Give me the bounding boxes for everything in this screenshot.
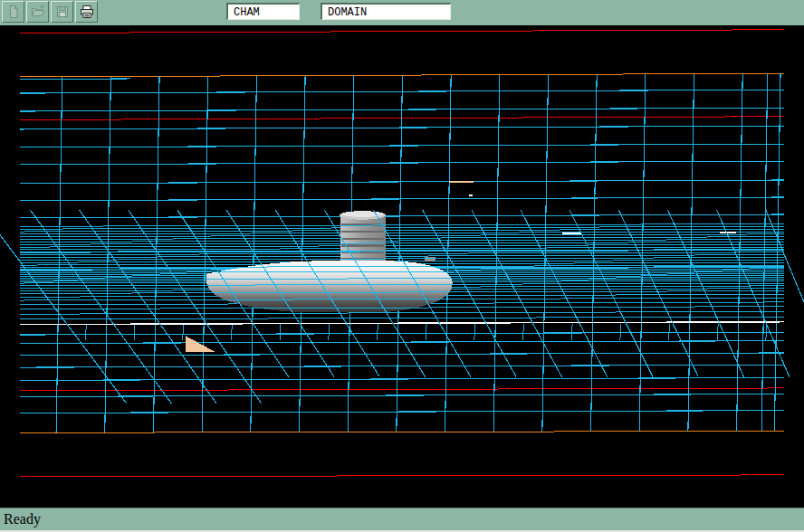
toolbar (0, 0, 804, 25)
domain-mesh-canvas (0, 25, 804, 508)
probe-marker (186, 336, 215, 352)
print-icon (80, 5, 94, 19)
domain-field[interactable] (321, 3, 451, 20)
viewport-3d-scene[interactable] (0, 25, 804, 508)
cham-field[interactable] (226, 3, 300, 20)
open-folder-icon (31, 5, 45, 19)
new-document-icon (6, 5, 21, 19)
status-text: Ready (4, 511, 41, 527)
save-icon (55, 5, 70, 19)
status-bar: Ready (0, 508, 804, 532)
open-folder-button[interactable] (26, 1, 49, 23)
application-window: Ready (0, 0, 804, 532)
save-button[interactable] (51, 1, 73, 23)
print-button[interactable] (75, 1, 98, 23)
new-document-button[interactable] (2, 1, 24, 23)
